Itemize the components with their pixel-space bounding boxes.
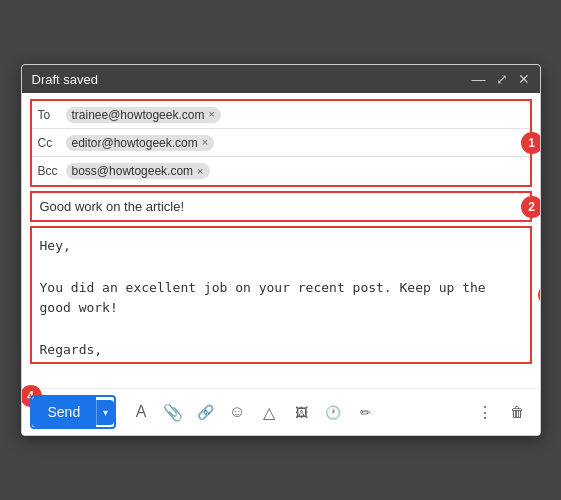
cc-chip: editor@howtogeek.com ×: [66, 135, 215, 151]
attach-button[interactable]: 📎: [158, 397, 188, 427]
format-text-button[interactable]: A: [126, 397, 156, 427]
to-remove-button[interactable]: ×: [208, 109, 214, 120]
compose-window: Draft saved — ⤢ ✕ To trainee@howtogeek.c…: [21, 64, 541, 436]
cc-row: Cc editor@howtogeek.com ×: [32, 129, 530, 157]
window-title: Draft saved: [32, 72, 98, 87]
link-icon: 🔗: [197, 404, 214, 420]
drive-icon: △: [263, 403, 275, 422]
to-row: To trainee@howtogeek.com ×: [32, 101, 530, 129]
close-button[interactable]: ✕: [518, 71, 530, 87]
attach-icon: 📎: [163, 403, 183, 422]
send-group-wrapper: 4 Send ▾: [30, 395, 125, 429]
titlebar: Draft saved — ⤢ ✕: [22, 65, 540, 93]
body-area: Hey, You did an excellent job on your re…: [30, 226, 532, 364]
link-button[interactable]: 🔗: [190, 397, 220, 427]
subject-wrapper: 2: [30, 191, 532, 222]
fields-area: To trainee@howtogeek.com × Cc editor@how…: [30, 99, 532, 187]
bcc-chip: boss@howtogeek.com ×: [66, 163, 210, 179]
bcc-remove-button[interactable]: ×: [197, 166, 203, 177]
confidential-button[interactable]: 🕐: [318, 397, 348, 427]
more-options-button[interactable]: ⋮: [470, 397, 500, 427]
subject-area: [30, 191, 532, 222]
signature-icon: ✏: [360, 405, 371, 420]
bcc-value: boss@howtogeek.com ×: [66, 163, 524, 179]
expand-button[interactable]: ⤢: [496, 71, 508, 87]
annotation-badge-1: 1: [521, 132, 541, 154]
drive-button[interactable]: △: [254, 397, 284, 427]
signature-button[interactable]: ✏: [350, 397, 380, 427]
recipients-area: To trainee@howtogeek.com × Cc editor@how…: [30, 99, 532, 187]
annotation-badge-3: 3: [538, 284, 541, 306]
confidential-icon: 🕐: [325, 405, 341, 420]
format-text-icon: A: [136, 403, 147, 421]
send-dropdown-button[interactable]: ▾: [96, 400, 114, 425]
to-chip: trainee@howtogeek.com ×: [66, 107, 221, 123]
annotation-badge-2: 2: [521, 196, 541, 218]
minimize-button[interactable]: —: [472, 71, 486, 87]
cc-label: Cc: [38, 136, 66, 150]
delete-icon: 🗑: [510, 404, 524, 420]
delete-button[interactable]: 🗑: [502, 397, 532, 427]
spacer: [22, 364, 540, 384]
emoji-button[interactable]: ☺: [222, 397, 252, 427]
bcc-label: Bcc: [38, 164, 66, 178]
more-options-icon: ⋮: [477, 403, 493, 422]
emoji-icon: ☺: [229, 403, 245, 421]
bcc-email: boss@howtogeek.com: [72, 164, 194, 178]
toolbar-right: ⋮ 🗑: [470, 397, 532, 427]
toolbar: 4 Send ▾ A 📎 🔗 ☺ △ 🖼 🕐 ✏: [22, 388, 540, 435]
photo-icon: 🖼: [295, 405, 308, 420]
body-wrapper: Hey, You did an excellent job on your re…: [30, 226, 532, 364]
to-label: To: [38, 108, 66, 122]
send-button[interactable]: Send: [32, 397, 97, 427]
bcc-row: Bcc boss@howtogeek.com ×: [32, 157, 530, 185]
cc-remove-button[interactable]: ×: [202, 137, 208, 148]
cc-value: editor@howtogeek.com ×: [66, 135, 524, 151]
to-value: trainee@howtogeek.com ×: [66, 107, 524, 123]
to-email: trainee@howtogeek.com: [72, 108, 205, 122]
send-button-group: Send ▾: [30, 395, 117, 429]
cc-email: editor@howtogeek.com: [72, 136, 198, 150]
subject-input[interactable]: [32, 193, 530, 220]
body-textarea[interactable]: Hey, You did an excellent job on your re…: [32, 228, 530, 358]
window-controls: — ⤢ ✕: [472, 71, 530, 87]
photo-button[interactable]: 🖼: [286, 397, 316, 427]
